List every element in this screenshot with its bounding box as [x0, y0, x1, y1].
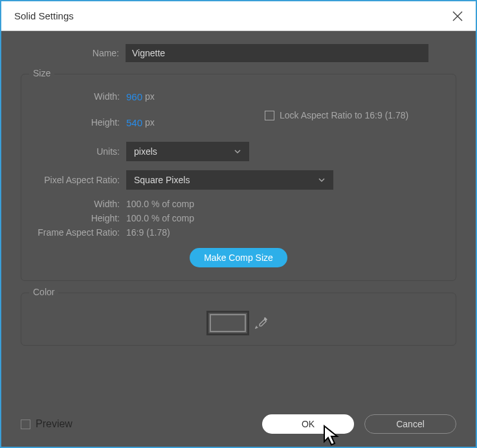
footer: Preview OK Cancel: [1, 414, 476, 447]
color-legend: Color: [29, 287, 58, 297]
titlebar: Solid Settings: [1, 1, 476, 31]
par-select[interactable]: Square Pixels: [126, 170, 333, 190]
units-label: Units:: [32, 146, 126, 157]
width-label: Width:: [32, 91, 126, 102]
units-value: pixels: [134, 146, 157, 157]
info-width-label: Width:: [32, 199, 126, 209]
dialog-title: Solid Settings: [14, 10, 74, 21]
eyedropper-icon[interactable]: [254, 316, 268, 330]
par-label: Pixel Aspect Ratio:: [32, 175, 126, 185]
height-unit: px: [145, 117, 155, 128]
preview-label: Preview: [36, 418, 72, 430]
name-input[interactable]: [126, 44, 428, 62]
color-swatch[interactable]: [210, 314, 246, 332]
solid-settings-dialog: Solid Settings Name: Size Width: 960 px: [0, 0, 477, 448]
preview-row: Preview: [21, 418, 72, 430]
info-far-value: 16:9 (1.78): [126, 227, 170, 238]
chevron-down-icon: [234, 148, 241, 155]
info-far-label: Frame Aspect Ratio:: [32, 227, 126, 238]
close-icon[interactable]: [452, 11, 463, 21]
cancel-button[interactable]: Cancel: [364, 414, 456, 434]
par-value: Square Pixels: [134, 175, 190, 185]
color-group: Color: [21, 293, 456, 346]
width-unit: px: [145, 91, 155, 102]
height-input[interactable]: 540: [126, 117, 142, 128]
ok-button[interactable]: OK: [262, 414, 354, 434]
info-height-value: 100.0 % of comp: [126, 213, 194, 223]
info-height-label: Height:: [32, 213, 126, 223]
lock-aspect-label: Lock Aspect Ratio to 16:9 (1.78): [280, 110, 408, 120]
size-group: Size Width: 960 px Height: 540 px: [21, 74, 456, 281]
preview-checkbox[interactable]: [21, 420, 30, 429]
units-select[interactable]: pixels: [126, 142, 249, 161]
lock-aspect-checkbox[interactable]: [265, 111, 274, 120]
make-comp-size-button[interactable]: Make Comp Size: [190, 248, 287, 267]
dialog-body: Name: Size Width: 960 px Height: 540 px: [1, 31, 476, 414]
height-label: Height:: [32, 117, 126, 128]
size-legend: Size: [29, 68, 54, 78]
lock-aspect-row: Lock Aspect Ratio to 16:9 (1.78): [265, 95, 408, 135]
name-row: Name:: [21, 44, 456, 62]
width-input[interactable]: 960: [126, 91, 142, 102]
info-width-value: 100.0 % of comp: [126, 199, 194, 209]
name-label: Name:: [21, 48, 126, 58]
chevron-down-icon: [318, 176, 326, 184]
